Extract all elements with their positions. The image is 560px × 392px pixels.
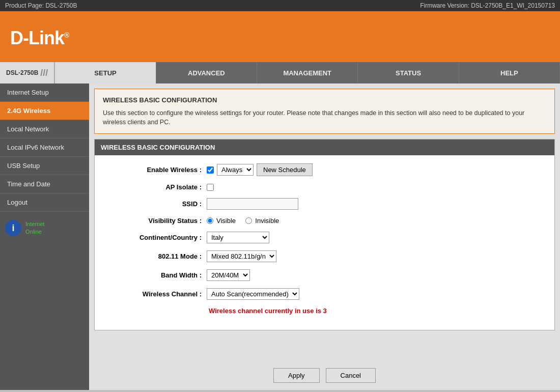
firmware-version-label: Firmware Version: DSL-2750B_E1_WI_201507… xyxy=(420,2,555,9)
ap-isolate-checkbox[interactable] xyxy=(207,184,214,191)
bandwidth-select[interactable]: 20M/40M 20M only xyxy=(207,269,250,281)
country-row: Continent/Country : Italy United States … xyxy=(105,232,544,243)
enable-wireless-checkbox[interactable] xyxy=(207,166,214,174)
banner-title: WIRELESS BASIC CONFIGURATION xyxy=(103,95,546,105)
country-select[interactable]: Italy United States Germany France Unite… xyxy=(207,232,269,243)
cancel-button[interactable]: Cancel xyxy=(326,368,376,383)
sidebar-item-wireless-24g[interactable]: 2.4G Wireless xyxy=(0,102,89,120)
status-label: InternetOnline xyxy=(25,220,44,236)
visibility-invisible-radio[interactable] xyxy=(245,217,252,224)
dlink-logo: D-Link® xyxy=(10,27,69,49)
config-body: Enable Wireless : Always Never New Sched… xyxy=(95,155,554,330)
country-label: Continent/Country : xyxy=(105,234,207,241)
sidebar-item-logout[interactable]: Logout xyxy=(0,193,89,212)
tab-setup[interactable]: SETUP xyxy=(55,62,156,83)
sidebar: Internet Setup 2.4G Wireless Local Netwo… xyxy=(0,83,89,390)
channel-label: Wireless Channel : xyxy=(105,290,207,298)
ap-isolate-label: AP Isolate : xyxy=(105,183,207,191)
sidebar-item-local-ipv6[interactable]: Local IPv6 Network xyxy=(0,138,89,157)
sidebar-item-usb-setup[interactable]: USB Setup xyxy=(0,157,89,175)
visibility-label: Visibility Status : xyxy=(105,217,207,225)
mode-label: 802.11 Mode : xyxy=(105,253,207,260)
ap-isolate-row: AP Isolate : xyxy=(105,183,544,191)
internet-status: i InternetOnline xyxy=(0,214,89,242)
ssid-label: SSID : xyxy=(105,200,207,208)
bandwidth-label: Band Width : xyxy=(105,271,207,279)
tab-advanced[interactable]: ADVANCED xyxy=(156,62,257,83)
sidebar-item-internet-setup[interactable]: Internet Setup xyxy=(0,83,89,102)
sidebar-item-time-date[interactable]: Time and Date xyxy=(0,175,89,193)
tab-management[interactable]: MANAGEMENT xyxy=(257,62,358,83)
banner-description: Use this section to configure the wirele… xyxy=(103,108,546,128)
main-content: WIRELESS BASIC CONFIGURATION Use this se… xyxy=(89,83,560,363)
registered-mark: ® xyxy=(64,31,69,39)
channel-row: Wireless Channel : Auto Scan(recommended… xyxy=(105,288,544,300)
channel-warning-text: Wireless channel currently in use is 3 xyxy=(209,307,327,315)
status-icon: i xyxy=(5,220,21,236)
new-schedule-button[interactable]: New Schedule xyxy=(257,163,313,176)
mode-select[interactable]: Mixed 802.11b/g/n 802.11b only 802.11g o… xyxy=(207,250,276,262)
enable-wireless-schedule-select[interactable]: Always Never xyxy=(217,164,254,176)
country-control: Italy United States Germany France Unite… xyxy=(207,232,269,243)
visibility-invisible-label: Invisible xyxy=(255,217,279,225)
ssid-input[interactable] xyxy=(207,198,298,210)
channel-select[interactable]: Auto Scan(recommended) 1234 5678 9101112… xyxy=(207,288,299,300)
enable-wireless-label: Enable Wireless : xyxy=(105,166,207,174)
sidebar-item-local-network[interactable]: Local Network xyxy=(0,120,89,138)
ssid-row: SSID : xyxy=(105,198,544,210)
channel-warning-control: Wireless channel currently in use is 3 xyxy=(207,307,327,315)
config-header: WIRELESS BASIC CONFIGURATION xyxy=(95,139,554,155)
visibility-visible-radio[interactable] xyxy=(207,217,213,224)
mode-row: 802.11 Mode : Mixed 802.11b/g/n 802.11b … xyxy=(105,250,544,262)
info-banner: WIRELESS BASIC CONFIGURATION Use this se… xyxy=(94,89,555,134)
visibility-visible-label: Visible xyxy=(216,217,236,225)
tab-help[interactable]: HELP xyxy=(459,62,560,83)
enable-wireless-control: Always Never New Schedule xyxy=(207,163,313,176)
channel-warning-row: Wireless channel currently in use is 3 xyxy=(105,307,544,315)
bandwidth-row: Band Width : 20M/40M 20M only xyxy=(105,269,544,281)
enable-wireless-row: Enable Wireless : Always Never New Sched… xyxy=(105,163,544,176)
apply-button[interactable]: Apply xyxy=(273,368,320,383)
ap-isolate-control xyxy=(207,184,214,191)
channel-control: Auto Scan(recommended) 1234 5678 9101112… xyxy=(207,288,299,300)
bottom-bar: Apply Cancel xyxy=(89,363,560,390)
product-page-label: Product Page: DSL-2750B xyxy=(5,2,77,9)
visibility-control: Visible Invisible xyxy=(207,217,279,225)
bandwidth-control: 20M/40M 20M only xyxy=(207,269,250,281)
mode-control: Mixed 802.11b/g/n 802.11b only 802.11g o… xyxy=(207,250,276,262)
ssid-control xyxy=(207,198,298,210)
config-section: WIRELESS BASIC CONFIGURATION Enable Wire… xyxy=(94,139,555,330)
product-tab[interactable]: DSL-2750B /// xyxy=(0,62,55,83)
nav-tabs: DSL-2750B /// SETUP ADVANCED MANAGEMENT … xyxy=(0,62,560,83)
tab-status[interactable]: STATUS xyxy=(358,62,459,83)
visibility-row: Visibility Status : Visible Invisible xyxy=(105,217,544,225)
